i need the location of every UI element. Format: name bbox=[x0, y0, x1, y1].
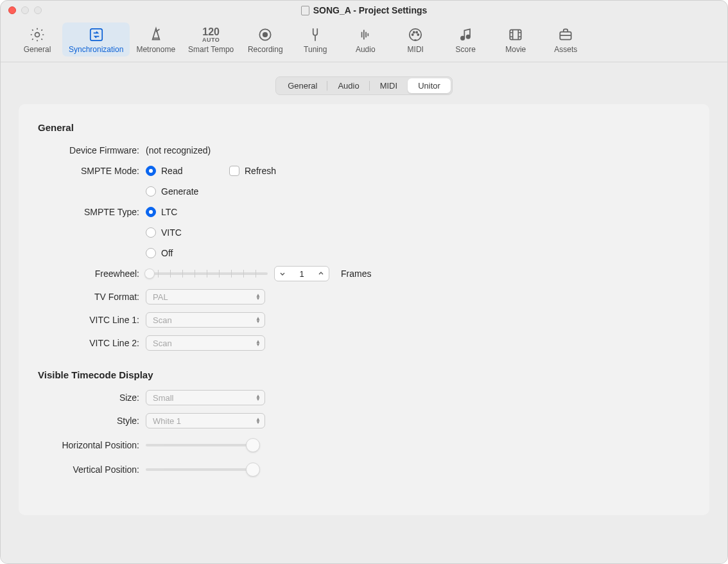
hpos-slider[interactable] bbox=[146, 439, 259, 452]
select-value: Scan bbox=[153, 339, 172, 348]
toolbar-metronome[interactable]: Metronome bbox=[130, 22, 182, 57]
radio-dot-icon bbox=[146, 186, 156, 197]
select-value: White 1 bbox=[153, 416, 181, 426]
row-firmware: Device Firmware: (not recognized) bbox=[38, 141, 690, 160]
style-select[interactable]: White 1 ▲▼ bbox=[146, 413, 265, 428]
radio-label: Read bbox=[161, 166, 182, 176]
section-heading-tcdisplay: Visible Timecode Display bbox=[38, 369, 690, 380]
toolbar-label: Audio bbox=[356, 45, 376, 54]
radio-dot-icon bbox=[146, 207, 156, 217]
score-icon bbox=[457, 26, 474, 43]
radio-dot-icon bbox=[146, 166, 156, 176]
svg-point-4 bbox=[410, 29, 421, 40]
radio-ltc[interactable]: LTC bbox=[146, 207, 223, 217]
toolbar-synchronization[interactable]: Synchronization bbox=[62, 22, 130, 57]
toolbar-label: General bbox=[24, 45, 51, 54]
toolbar-tuning[interactable]: Tuning bbox=[290, 22, 340, 57]
firmware-label: Device Firmware: bbox=[38, 145, 146, 155]
radio-label: VITC bbox=[161, 227, 182, 238]
svg-point-7 bbox=[413, 31, 415, 33]
toolbar-recording[interactable]: Recording bbox=[240, 22, 290, 57]
radio-smpte-generate[interactable]: Generate bbox=[146, 186, 223, 197]
window-root: SONG_A - Project Settings General Synchr… bbox=[0, 0, 728, 564]
size-select[interactable]: Small ▲▼ bbox=[146, 390, 265, 405]
vitc2-label: VITC Line 2: bbox=[38, 338, 146, 348]
tv-format-label: TV Format: bbox=[38, 292, 146, 302]
select-value: Scan bbox=[153, 315, 172, 325]
svg-rect-1 bbox=[90, 29, 101, 40]
hpos-label: Horizontal Position: bbox=[38, 440, 146, 450]
toolbar-label: Smart Tempo bbox=[188, 45, 234, 54]
toolbar: General Synchronization Metronome 120 AU… bbox=[1, 20, 727, 62]
toolbar-smart-tempo[interactable]: 120 AUTO Smart Tempo bbox=[182, 22, 240, 57]
size-label: Size: bbox=[38, 392, 146, 403]
vitc2-select[interactable]: Scan ▲▼ bbox=[146, 335, 265, 351]
row-smpte-type-3: Off bbox=[38, 243, 690, 263]
toolbar-general[interactable]: General bbox=[12, 22, 62, 57]
subtabs: General Audio MIDI Unitor bbox=[19, 76, 709, 95]
freewheel-slider[interactable] bbox=[146, 267, 268, 280]
row-tv-format: TV Format: PAL ▲▼ bbox=[38, 287, 690, 306]
chevron-down-icon[interactable] bbox=[275, 270, 290, 277]
toolbar-assets[interactable]: Assets bbox=[541, 22, 591, 57]
subtab-audio[interactable]: Audio bbox=[327, 78, 369, 93]
updown-icon: ▲▼ bbox=[256, 340, 261, 346]
midi-icon bbox=[407, 26, 424, 43]
toolbar-midi[interactable]: MIDI bbox=[390, 22, 440, 57]
waveform-icon bbox=[357, 26, 374, 43]
svg-point-8 bbox=[416, 31, 417, 33]
svg-rect-11 bbox=[510, 30, 521, 39]
chevron-up-icon[interactable] bbox=[313, 270, 329, 277]
toolbar-label: Recording bbox=[248, 45, 283, 54]
radio-label: Off bbox=[161, 248, 173, 258]
tempo-auto: AUTO bbox=[202, 37, 220, 43]
style-label: Style: bbox=[38, 416, 146, 426]
row-smpte-mode: SMPTE Mode: Read Refresh bbox=[38, 161, 690, 181]
toolbar-audio[interactable]: Audio bbox=[340, 22, 390, 57]
row-vpos: Vertical Position: bbox=[38, 460, 690, 479]
segmented-control: General Audio MIDI Unitor bbox=[275, 76, 453, 95]
subtab-midi[interactable]: MIDI bbox=[370, 78, 408, 93]
radio-smpte-read[interactable]: Read bbox=[146, 166, 223, 176]
row-vitc1: VITC Line 1: Scan ▲▼ bbox=[38, 310, 690, 330]
firmware-value: (not recognized) bbox=[146, 145, 211, 155]
toolbar-score[interactable]: Score bbox=[440, 22, 490, 57]
svg-point-6 bbox=[417, 34, 419, 35]
tuning-fork-icon bbox=[307, 26, 324, 43]
tv-format-select[interactable]: PAL ▲▼ bbox=[146, 289, 265, 304]
subtab-general[interactable]: General bbox=[277, 78, 327, 93]
briefcase-icon bbox=[557, 26, 574, 43]
updown-icon: ▲▼ bbox=[256, 317, 261, 323]
toolbar-label: Assets bbox=[554, 45, 577, 54]
updown-icon: ▲▼ bbox=[256, 294, 261, 300]
vpos-slider[interactable] bbox=[146, 463, 259, 476]
movie-icon bbox=[507, 26, 524, 43]
svg-point-5 bbox=[412, 34, 413, 35]
checkbox-smpte-refresh[interactable]: Refresh bbox=[229, 166, 306, 176]
radio-dot-icon bbox=[146, 227, 156, 238]
updown-icon: ▲▼ bbox=[256, 394, 261, 401]
radio-vitc[interactable]: VITC bbox=[146, 227, 223, 238]
radio-label: Generate bbox=[161, 186, 198, 197]
freewheel-stepper[interactable]: 1 bbox=[274, 266, 329, 281]
smpte-mode-label: SMPTE Mode: bbox=[38, 166, 146, 176]
window-title-text: SONG_A - Project Settings bbox=[313, 5, 428, 15]
radio-off[interactable]: Off bbox=[146, 248, 223, 258]
vitc1-select[interactable]: Scan ▲▼ bbox=[146, 312, 265, 328]
vitc1-label: VITC Line 1: bbox=[38, 315, 146, 325]
toolbar-label: Score bbox=[456, 45, 476, 54]
select-value: PAL bbox=[153, 292, 168, 302]
sync-icon bbox=[88, 26, 105, 43]
radio-label: LTC bbox=[161, 207, 177, 217]
row-vitc2: VITC Line 2: Scan ▲▼ bbox=[38, 333, 690, 353]
tempo-icon: 120 AUTO bbox=[202, 27, 220, 43]
subtab-unitor[interactable]: Unitor bbox=[408, 78, 451, 93]
toolbar-label: Metronome bbox=[136, 45, 175, 54]
section-heading-general: General bbox=[38, 122, 690, 133]
toolbar-movie[interactable]: Movie bbox=[490, 22, 541, 57]
checkbox-label: Refresh bbox=[245, 166, 276, 176]
freewheel-label: Freewheel: bbox=[38, 269, 146, 279]
vpos-label: Vertical Position: bbox=[38, 464, 146, 475]
metronome-icon bbox=[148, 26, 164, 43]
content: General Audio MIDI Unitor General Device… bbox=[1, 62, 727, 563]
